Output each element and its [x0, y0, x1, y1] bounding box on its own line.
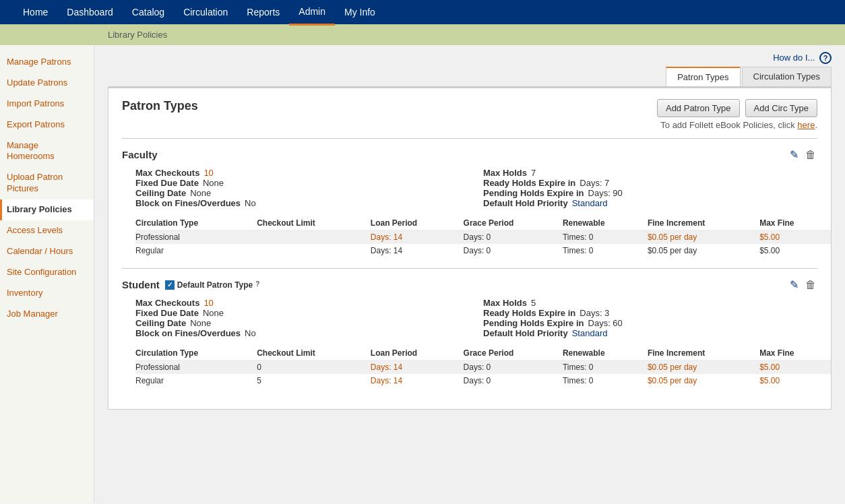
nav-myinfo[interactable]: My Info — [335, 0, 385, 24]
col-max-fine: Max Fine — [759, 216, 831, 230]
patron-student-name: Student ✓ Default Patron Type ? — [122, 279, 265, 290]
sidebar-item-export-patrons[interactable]: Export Patrons — [0, 115, 94, 135]
nav-dashboard[interactable]: Dashboard — [57, 0, 123, 24]
student-hold-priority-row: Default Hold Priority Standard — [483, 328, 817, 338]
top-nav: Home Dashboard Catalog Circulation Repor… — [0, 0, 845, 24]
sidebar-item-library-policies[interactable]: Library Policies — [0, 199, 94, 220]
col-checkout-limit-s: Checkout Limit — [257, 346, 371, 360]
sidebar-item-access-levels[interactable]: Access Levels — [0, 220, 94, 241]
how-do-i-bar: How do I... ? — [108, 52, 832, 64]
sidebar-item-manage-homerooms[interactable]: Manage Homerooms — [0, 135, 94, 168]
main-card: Patron Types Add Patron Type Add Circ Ty… — [108, 88, 832, 410]
sidebar-item-update-patrons[interactable]: Update Patrons — [0, 73, 94, 94]
faculty-max-checkouts-row: Max Checkouts 10 — [135, 168, 470, 178]
faculty-block-fines-row: Block on Fines/Overdues No — [135, 198, 470, 208]
edit-student-button[interactable]: ✎ — [788, 277, 800, 292]
student-circ-table: Circulation Type Checkout Limit Loan Per… — [135, 346, 831, 387]
table-row: Regular Days: 14 Days: 0 Times: 0 $0.05 … — [135, 244, 831, 257]
sidebar-item-inventory[interactable]: Inventory — [0, 283, 94, 304]
col-circ-type: Circulation Type — [135, 216, 257, 230]
table-row: Regular 5 Days: 14 Days: 0 Times: 0 $0.0… — [135, 374, 831, 387]
patron-section-student: Student ✓ Default Patron Type ? ✎ 🗑 — [122, 277, 817, 387]
table-row: Professional 0 Days: 14 Days: 0 Times: 0… — [135, 360, 831, 375]
col-grace-period: Grace Period — [464, 216, 563, 230]
faculty-pending-holds-row: Pending Holds Expire in Days: 90 — [483, 188, 817, 198]
follett-link-bar: To add Follett eBook Policies, click her… — [122, 120, 817, 130]
sidebar-item-site-configuration[interactable]: Site Configuration — [0, 262, 94, 283]
patron-section-faculty: Faculty ✎ 🗑 Max Checkouts 10 — [122, 147, 817, 257]
divider-middle — [122, 268, 817, 269]
student-ready-holds-row: Ready Holds Expire in Days: 3 — [483, 308, 817, 318]
faculty-circ-table: Circulation Type Checkout Limit Loan Per… — [135, 216, 831, 257]
how-do-i-link[interactable]: How do I... ? — [773, 53, 832, 63]
student-info-grid: Max Checkouts 10 Fixed Due Date None Cei… — [135, 298, 817, 338]
faculty-max-holds-row: Max Holds 7 — [483, 168, 817, 178]
col-max-fine-s: Max Fine — [759, 346, 831, 360]
divider-top — [122, 138, 817, 139]
col-checkout-limit: Checkout Limit — [257, 216, 371, 230]
sidebar-item-manage-patrons[interactable]: Manage Patrons — [0, 52, 94, 73]
col-fine-increment: Fine Increment — [648, 216, 759, 230]
sidebar-item-upload-patron-pictures[interactable]: Upload Patron Pictures — [0, 167, 94, 199]
table-row: Professional Days: 14 Days: 0 Times: 0 $… — [135, 230, 831, 245]
faculty-ready-holds-row: Ready Holds Expire in Days: 7 — [483, 178, 817, 188]
patron-faculty-icons: ✎ 🗑 — [788, 147, 817, 162]
tab-circulation-types[interactable]: Circulation Types — [742, 67, 832, 86]
col-renewable-s: Renewable — [563, 346, 648, 360]
delete-faculty-button[interactable]: 🗑 — [804, 148, 817, 162]
page-title: Patron Types — [122, 99, 198, 113]
col-grace-period-s: Grace Period — [464, 346, 563, 360]
patron-student-header: Student ✓ Default Patron Type ? ✎ 🗑 — [122, 277, 817, 292]
nav-catalog[interactable]: Catalog — [123, 0, 174, 24]
faculty-fixed-due-row: Fixed Due Date None — [135, 178, 470, 188]
default-patron-badge: ✓ Default Patron Type ? — [165, 280, 265, 290]
card-actions: Add Patron Type Add Circ Type — [657, 99, 817, 117]
breadcrumb: Library Policies — [0, 24, 845, 45]
student-max-holds-row: Max Holds 5 — [483, 298, 817, 308]
sidebar-item-calendar-hours[interactable]: Calendar / Hours — [0, 241, 94, 262]
add-patron-type-button-top[interactable]: Add Patron Type — [657, 99, 740, 117]
col-circ-type-s: Circulation Type — [135, 346, 257, 360]
student-fixed-due-row: Fixed Due Date None — [135, 308, 470, 318]
tabs-container: Patron Types Circulation Types — [108, 67, 832, 88]
patron-student-icons: ✎ 🗑 — [788, 277, 817, 292]
card-header: Patron Types Add Patron Type Add Circ Ty… — [122, 99, 817, 117]
help-circle-icon: ? — [819, 52, 832, 64]
col-fine-increment-s: Fine Increment — [648, 346, 759, 360]
col-renewable: Renewable — [563, 216, 648, 230]
delete-student-button[interactable]: 🗑 — [804, 278, 817, 292]
sidebar-item-job-manager[interactable]: Job Manager — [0, 304, 94, 325]
student-pending-holds-row: Pending Holds Expire in Days: 60 — [483, 318, 817, 328]
nav-reports[interactable]: Reports — [237, 0, 289, 24]
nav-admin[interactable]: Admin — [289, 0, 335, 26]
tab-patron-types[interactable]: Patron Types — [666, 67, 740, 86]
sidebar-item-import-patrons[interactable]: Import Patrons — [0, 94, 94, 115]
default-help-icon: ? — [255, 280, 265, 290]
default-checkbox-icon: ✓ — [165, 280, 175, 290]
patron-faculty-name: Faculty — [122, 149, 158, 160]
patron-faculty-header: Faculty ✎ 🗑 — [122, 147, 817, 162]
edit-faculty-button[interactable]: ✎ — [788, 147, 800, 162]
follett-link[interactable]: here — [797, 120, 815, 130]
main-content: How do I... ? Patron Types Circulation T… — [94, 45, 845, 503]
faculty-info-grid: Max Checkouts 10 Fixed Due Date None Cei… — [135, 168, 817, 208]
faculty-hold-priority-row: Default Hold Priority Standard — [483, 198, 817, 208]
add-circ-type-button-top[interactable]: Add Circ Type — [745, 99, 817, 117]
student-max-checkouts-row: Max Checkouts 10 — [135, 298, 470, 308]
student-ceiling-date-row: Ceiling Date None — [135, 318, 470, 328]
col-loan-period: Loan Period — [371, 216, 464, 230]
col-loan-period-s: Loan Period — [371, 346, 464, 360]
faculty-ceiling-date-row: Ceiling Date None — [135, 188, 470, 198]
student-block-fines-row: Block on Fines/Overdues No — [135, 328, 470, 338]
nav-home[interactable]: Home — [13, 0, 57, 24]
sidebar: Manage Patrons Update Patrons Import Pat… — [0, 45, 94, 503]
nav-circulation[interactable]: Circulation — [174, 0, 237, 24]
